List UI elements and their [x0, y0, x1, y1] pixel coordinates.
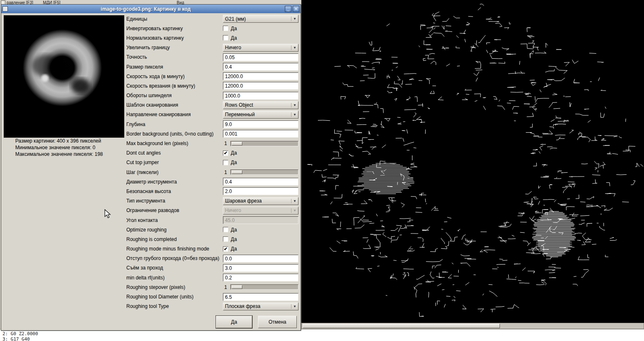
- form-row-scan-direction: Направление сканированияПеременный▼: [125, 110, 298, 119]
- roughing-stepover-slider-handle[interactable]: [232, 285, 242, 289]
- donut-image: [4, 15, 124, 138]
- chevron-down-icon: ▼: [291, 208, 297, 213]
- plunge-rate-label: Скорость врезания (в минуту): [125, 83, 223, 89]
- roughing-offset-input[interactable]: 0.0: [223, 255, 298, 262]
- roughing-tool-diameter-control: 6.5: [223, 293, 298, 301]
- contact-angle-label: Угол контакта: [125, 217, 223, 223]
- optimize-roughing-checkbox-label: Да: [231, 227, 237, 233]
- invert-image-label: Инвертировать картинку: [125, 26, 223, 31]
- form-row-optimize-roughing: Optimize roughingДа: [125, 225, 298, 234]
- toolpath-preview-area[interactable]: [301, 0, 644, 323]
- chevron-down-icon: ▼: [291, 199, 297, 203]
- border-background-label: Border background (units, 0=no cutting): [125, 131, 223, 137]
- plunge-rate-input[interactable]: 12000.0: [223, 82, 298, 90]
- minimize-button[interactable]: _: [285, 6, 291, 12]
- pixel-size-input[interactable]: 0.4: [223, 63, 298, 71]
- roughing-minus-finishing-checkbox[interactable]: ✔: [223, 246, 228, 252]
- expand-border-control: Ничего▼: [223, 44, 298, 52]
- roughing-tool-diameter-input[interactable]: 6.5: [223, 293, 298, 301]
- form-row-roughing-tool-diameter: Roughing tool Diameter (units)6.5: [125, 292, 298, 301]
- roughing-minus-finishing-control: ✔Да: [223, 246, 298, 252]
- depth-per-pass-label: Съём за проход: [125, 265, 223, 271]
- dont-cut-angles-checkbox[interactable]: ✔: [223, 150, 228, 156]
- dont-cut-angles-control: ✔Да: [223, 150, 298, 156]
- scan-pattern-select[interactable]: Rows Object▼: [223, 101, 298, 109]
- horizontal-scrollbar[interactable]: [301, 323, 644, 329]
- roughing-stepover-value: 1: [223, 284, 227, 290]
- step-pixels-control: 1: [223, 169, 298, 175]
- form-row-scan-pattern: Шаблон сканированияRows Object▼: [125, 100, 298, 110]
- gcode-line[interactable]: 3: G17 G40: [0, 336, 644, 341]
- optimize-roughing-control: Да: [223, 227, 298, 233]
- form-row-feed-rate: Скорость хода (в минуту)12000.0: [125, 72, 298, 81]
- roughing-stepover-slider[interactable]: [230, 284, 298, 290]
- feed-rate-label: Скорость хода (в минуту): [125, 74, 223, 79]
- optimize-roughing-checkbox[interactable]: [223, 227, 228, 232]
- tool-diameter-input[interactable]: 0.4: [223, 178, 298, 186]
- scan-direction-label: Направление сканирования: [125, 112, 223, 117]
- form-row-roughing-stepover: Roughing stepover (pixels)1: [125, 282, 298, 292]
- source-image-preview: [4, 15, 124, 138]
- cut-top-jumper-label: Cut top jumper: [125, 160, 223, 165]
- roughing-tool-type-select[interactable]: Плоская фреза▼: [223, 303, 298, 310]
- chevron-down-icon: ▼: [291, 112, 297, 117]
- form-row-units: ЕдиницыG21 (мм)▼: [125, 14, 298, 24]
- chevron-down-icon: ▼: [291, 103, 297, 107]
- step-pixels-label: Шаг (пиксели): [125, 169, 223, 175]
- form-row-roughing-offset: Отступ грубого прохода (0=без прохода)0.…: [125, 254, 298, 263]
- min-delta-rf-label: min delta rf(units): [125, 275, 223, 281]
- tool-diameter-control: 0.4: [223, 178, 298, 186]
- cancel-button[interactable]: Отмена: [258, 316, 297, 328]
- form-row-roughing-tool-type: Roughing tool TypeПлоская фреза▼: [125, 302, 298, 311]
- border-background-control: 0.001: [223, 130, 298, 138]
- roughing-is-completed-control: Да: [223, 236, 298, 242]
- normalize-image-checkbox[interactable]: [223, 35, 228, 41]
- step-pixels-slider[interactable]: [230, 169, 298, 175]
- scan-direction-select[interactable]: Переменный▼: [223, 111, 298, 119]
- toolpath-canvas[interactable]: [301, 0, 644, 323]
- tool-type-value: Шаровая фреза: [225, 198, 290, 204]
- dont-cut-angles-checkbox-label: Да: [231, 150, 237, 156]
- scan-direction-control: Переменный▼: [223, 111, 298, 119]
- lace-bounding-label: Ограничение разводов: [125, 207, 223, 213]
- image-max-pixel-text: Максимальное значение пикселя: 198: [15, 151, 103, 157]
- units-select[interactable]: G21 (мм)▼: [223, 15, 298, 23]
- tool-type-select[interactable]: Шаровая фреза▼: [223, 197, 298, 205]
- dialog-titlebar[interactable]: image-to-gcode3.png: Картинку в код _ ✕: [1, 5, 301, 13]
- pixel-size-label: Размер пикселя: [125, 64, 223, 70]
- cut-top-jumper-checkbox[interactable]: [223, 160, 228, 165]
- min-delta-rf-input[interactable]: 0.2: [223, 274, 298, 281]
- safety-height-input[interactable]: 2.0: [223, 187, 298, 195]
- roughing-tool-type-value: Плоская фреза: [225, 303, 290, 309]
- ok-button[interactable]: Да: [216, 316, 252, 328]
- expand-border-select[interactable]: Ничего▼: [223, 44, 298, 52]
- form-row-depth-per-pass: Съём за проход3.0: [125, 263, 298, 273]
- invert-image-checkbox[interactable]: [223, 26, 228, 31]
- form-row-safety-height: Безопасная высота2.0: [125, 186, 298, 196]
- close-button[interactable]: ✕: [293, 6, 299, 12]
- settings-form: ЕдиницыG21 (мм)▼Инвертировать картинкуДа…: [125, 14, 298, 311]
- form-row-pixel-size: Размер пикселя0.4: [125, 62, 298, 72]
- depth-per-pass-input[interactable]: 3.0: [223, 264, 298, 272]
- roughing-offset-label: Отступ грубого прохода (0=без прохода): [125, 255, 223, 261]
- depth-input[interactable]: 9.0: [223, 120, 298, 128]
- form-row-spindle-speed: Обороты шпинделя1000.0: [125, 91, 298, 100]
- border-background-input[interactable]: 0.001: [223, 130, 298, 138]
- horizontal-scrollbar-thumb[interactable]: [303, 324, 500, 328]
- max-background-len-slider[interactable]: [230, 141, 298, 146]
- pixel-size-control: 0.4: [223, 63, 298, 71]
- chevron-down-icon: ▼: [291, 17, 297, 21]
- max-background-len-slider-handle[interactable]: [232, 142, 242, 145]
- form-row-max-background-len: Max background len (pixels)1: [125, 138, 298, 148]
- roughing-is-completed-checkbox[interactable]: [223, 236, 228, 242]
- roughing-is-completed-label: Roughing is completed: [125, 236, 223, 242]
- step-pixels-slider-handle[interactable]: [232, 170, 242, 174]
- spindle-speed-input[interactable]: 1000.0: [223, 92, 298, 100]
- feed-rate-input[interactable]: 12000.0: [223, 72, 298, 80]
- spindle-speed-control: 1000.0: [223, 92, 298, 100]
- dont-cut-angles-label: Dont cut angles: [125, 150, 223, 156]
- tolerance-input[interactable]: 0.05: [223, 53, 298, 61]
- form-row-tool-type: Тип инструментаШаровая фреза▼: [125, 196, 298, 206]
- expand-border-label: Увеличить границу: [125, 45, 223, 50]
- lace-bounding-control: Ничего▼: [223, 207, 298, 215]
